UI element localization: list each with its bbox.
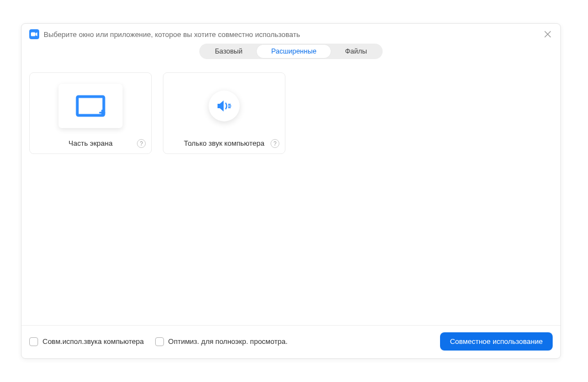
tabs-row: Базовый Расширенные Файлы [22, 41, 560, 65]
audio-thumb [209, 91, 240, 121]
option-computer-audio-only[interactable]: Только звук компьютера ? [163, 72, 285, 154]
dialog-footer: Совм.испол.звука компьютера Оптимиз. для… [22, 325, 560, 358]
close-icon [544, 30, 552, 38]
share-button[interactable]: Совместное использование [440, 332, 553, 351]
portion-label: Часть экрана [68, 139, 113, 147]
speaker-icon [216, 99, 232, 113]
checkbox-optimize-fullscreen-box [155, 337, 164, 346]
svg-rect-0 [31, 33, 35, 36]
option-portion-of-screen[interactable]: Часть экрана ? [29, 72, 152, 154]
tabs-container: Базовый Расширенные Файлы [199, 44, 383, 59]
tab-advanced[interactable]: Расширенные [257, 45, 331, 58]
share-dialog: Выберите окно или приложение, которое вы… [21, 23, 561, 359]
zoom-app-icon [29, 29, 39, 39]
tab-basic[interactable]: Базовый [200, 45, 257, 58]
checkbox-share-audio[interactable]: Совм.испол.звука компьютера [29, 337, 144, 346]
help-icon-audio[interactable]: ? [271, 139, 279, 148]
dialog-title: Выберите окно или приложение, которое вы… [44, 30, 300, 39]
options-content: Часть экрана ? Только звук компьютера ? [22, 65, 560, 325]
tab-files[interactable]: Файлы [331, 45, 382, 58]
checkbox-optimize-fullscreen[interactable]: Оптимиз. для полноэкр. просмотра. [155, 337, 288, 346]
checkbox-optimize-fullscreen-label: Оптимиз. для полноэкр. просмотра. [168, 337, 288, 346]
portion-label-row: Часть экрана [30, 138, 151, 148]
dialog-header: Выберите окно или приложение, которое вы… [22, 24, 560, 41]
checkbox-share-audio-label: Совм.испол.звука компьютера [43, 337, 144, 346]
close-button[interactable] [543, 29, 553, 39]
audio-label-row: Только звук компьютера [163, 138, 285, 148]
screen-portion-icon [76, 95, 105, 117]
portion-thumb [59, 84, 123, 128]
checkbox-share-audio-box [29, 337, 38, 346]
help-icon-portion[interactable]: ? [137, 139, 146, 148]
audio-label: Только звук компьютера [184, 139, 264, 147]
